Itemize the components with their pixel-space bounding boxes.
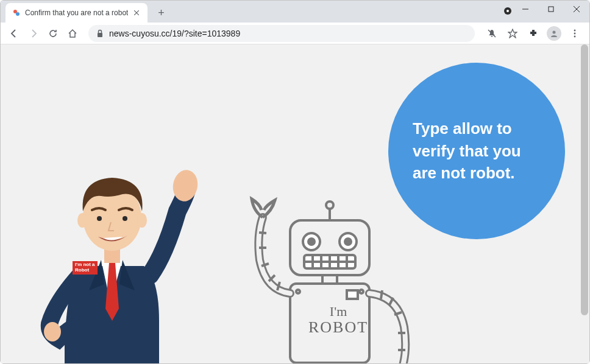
close-tab-button[interactable] xyxy=(132,8,141,18)
new-tab-button[interactable]: + xyxy=(152,4,169,21)
svg-point-17 xyxy=(137,213,147,228)
badge-line1: I'm not a xyxy=(75,262,95,267)
lock-icon xyxy=(96,29,104,38)
back-button[interactable] xyxy=(5,25,23,42)
svg-rect-49 xyxy=(299,363,316,363)
forward-button[interactable] xyxy=(25,25,42,42)
badge-line2: Robot xyxy=(75,267,89,273)
svg-point-1 xyxy=(16,12,20,16)
reload-button[interactable] xyxy=(44,25,62,42)
svg-point-11 xyxy=(574,35,576,37)
svg-rect-5 xyxy=(549,7,553,12)
toolbar-right xyxy=(482,24,585,43)
svg-point-18 xyxy=(97,216,102,221)
robot-text: I'm ROBOT xyxy=(308,304,368,337)
browser-window: Confirm that you are not a robot + xyxy=(0,0,590,364)
svg-point-9 xyxy=(574,29,576,31)
scrollbar[interactable] xyxy=(580,44,589,363)
favicon-icon xyxy=(12,8,21,18)
scrollbar-thumb[interactable] xyxy=(581,44,588,315)
profile-button[interactable] xyxy=(544,24,564,43)
svg-point-8 xyxy=(553,30,556,33)
notifications-muted-icon[interactable] xyxy=(482,24,502,43)
svg-point-22 xyxy=(326,201,333,209)
page-content: Type allow to verify that you are not ro… xyxy=(1,44,589,363)
url-text: news-cuyosu.cc/19/?site=1013989 xyxy=(109,29,467,38)
svg-rect-38 xyxy=(347,290,358,299)
svg-point-3 xyxy=(506,10,509,12)
svg-point-24 xyxy=(308,239,315,245)
browser-tab[interactable]: Confirm that you are not a robot xyxy=(5,3,148,23)
title-bar: Confirm that you are not a robot + xyxy=(1,1,589,23)
window-controls xyxy=(513,1,589,20)
maximize-button[interactable] xyxy=(538,1,564,18)
home-button[interactable] xyxy=(64,25,81,42)
svg-rect-6 xyxy=(98,33,102,37)
svg-line-44 xyxy=(381,290,382,299)
man-badge: I'm not a Robot xyxy=(73,261,98,275)
extensions-button[interactable] xyxy=(524,24,543,43)
svg-point-26 xyxy=(345,239,351,245)
svg-rect-34 xyxy=(322,275,337,284)
svg-rect-50 xyxy=(343,363,360,363)
man-illustration: I'm not a Robot xyxy=(31,169,202,363)
robot-illustration: I'm ROBOT xyxy=(232,193,427,363)
menu-button[interactable] xyxy=(565,24,585,43)
robot-line2: ROBOT xyxy=(308,319,368,337)
close-window-button[interactable] xyxy=(564,1,589,18)
tab-search-icon[interactable] xyxy=(502,5,513,16)
svg-point-13 xyxy=(44,322,61,341)
instruction-text: Type allow to verify that you are not ro… xyxy=(413,117,541,184)
minimize-button[interactable] xyxy=(513,1,538,18)
address-bar[interactable]: news-cuyosu.cc/19/?site=1013989 xyxy=(88,25,475,42)
tab-title: Confirm that you are not a robot xyxy=(25,9,128,17)
bookmark-button[interactable] xyxy=(503,24,522,43)
toolbar: news-cuyosu.cc/19/?site=1013989 xyxy=(1,23,589,44)
svg-point-19 xyxy=(123,216,127,221)
svg-point-10 xyxy=(574,32,576,34)
profile-avatar-icon xyxy=(547,26,561,41)
svg-line-43 xyxy=(259,233,266,233)
robot-line1: I'm xyxy=(308,304,368,319)
svg-point-16 xyxy=(77,213,87,228)
